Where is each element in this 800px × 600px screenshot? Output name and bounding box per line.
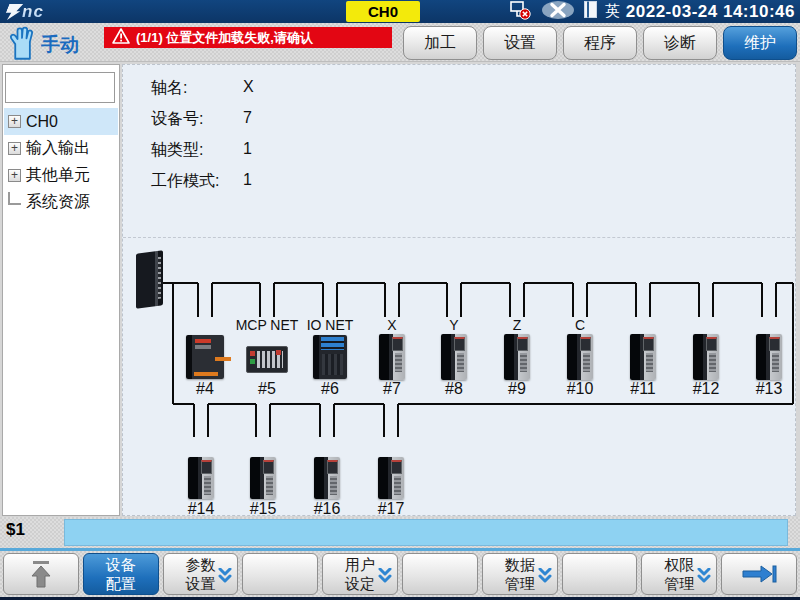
info-row: 轴名: X xyxy=(151,78,254,99)
tree-item-label: 输入输出 xyxy=(26,138,90,159)
mode-label: 手动 xyxy=(41,32,79,58)
device-id: #15 xyxy=(233,500,293,518)
page-up-button[interactable] xyxy=(3,553,79,595)
io-unit-device-icon[interactable] xyxy=(313,335,347,379)
close-pill-icon[interactable] xyxy=(540,0,576,24)
softkey-empty-button[interactable] xyxy=(402,553,478,595)
device-axis-label: C xyxy=(546,317,614,333)
chevron-down-icon xyxy=(218,568,232,584)
status-row: $1 xyxy=(0,517,800,548)
servo-drive-device-icon[interactable] xyxy=(188,457,214,499)
manual-mode-hand-icon xyxy=(7,25,37,65)
ime-book-icon xyxy=(584,1,597,22)
servo-drive-device-icon[interactable] xyxy=(378,457,404,499)
info-value: 1 xyxy=(243,171,252,192)
permission-management-button[interactable]: 权限管理 xyxy=(641,553,717,595)
device-id: #9 xyxy=(487,380,547,398)
device-id: #7 xyxy=(362,380,422,398)
top-status-bar: nc CH0 xyxy=(0,0,800,23)
tab-diagnosis[interactable]: 诊断 xyxy=(643,26,717,60)
device-network-diagram: #4 MCP NET #5 IO NET #6 X #7 Y #8 Z #9 xyxy=(122,236,796,516)
info-label: 轴类型: xyxy=(151,140,243,161)
device-id: #11 xyxy=(613,380,673,398)
device-tree-panel: + CH0 + 输入输出 + 其他单元 系统资源 xyxy=(2,64,120,516)
page-up-icon xyxy=(28,559,54,589)
tree-item-label: CH0 xyxy=(26,113,58,131)
tree-item-io[interactable]: + 输入输出 xyxy=(4,135,118,162)
device-config-button[interactable]: 设备配置 xyxy=(83,553,159,595)
tree-item-other-units[interactable]: + 其他单元 xyxy=(4,162,118,189)
info-value: 7 xyxy=(243,109,252,130)
info-label: 工作模式: xyxy=(151,171,243,192)
tab-settings[interactable]: 设置 xyxy=(483,26,557,60)
servo-drive-device-icon[interactable] xyxy=(567,334,593,380)
servo-drive-device-icon[interactable] xyxy=(630,334,656,380)
channel-tab[interactable]: CH0 xyxy=(346,1,420,22)
datetime: 2022-03-24 14:10:46 xyxy=(626,0,795,23)
servo-drive-device-icon[interactable] xyxy=(756,334,782,380)
device-axis-label: MCP NET xyxy=(233,317,301,333)
tree-root-box[interactable] xyxy=(5,72,115,103)
servo-drive-device-icon[interactable] xyxy=(693,334,719,380)
device-id: #17 xyxy=(361,500,421,518)
info-value: 1 xyxy=(243,140,252,161)
servo-drive-device-icon[interactable] xyxy=(504,334,530,380)
warning-icon xyxy=(112,28,130,48)
device-axis-label: Z xyxy=(483,317,551,333)
device-id: #5 xyxy=(237,380,297,398)
device-id: #16 xyxy=(297,500,357,518)
softkey-empty-button[interactable] xyxy=(562,553,638,595)
language-indicator[interactable]: 英 xyxy=(605,2,620,21)
user-settings-button[interactable]: 用户设定 xyxy=(322,553,398,595)
info-row: 工作模式: 1 xyxy=(151,171,252,192)
expand-icon[interactable]: + xyxy=(8,115,21,128)
expand-icon[interactable]: + xyxy=(8,169,21,182)
expand-icon[interactable]: + xyxy=(8,142,21,155)
device-id: #10 xyxy=(550,380,610,398)
next-page-button[interactable] xyxy=(721,553,797,595)
command-bar[interactable] xyxy=(64,519,788,546)
device-id: #12 xyxy=(676,380,736,398)
cnc-screen: nc CH0 xyxy=(0,0,800,600)
device-axis-label: X xyxy=(358,317,426,333)
alarm-banner[interactable]: (1/1) 位置文件加载失败,请确认 xyxy=(104,27,392,48)
servo-drive-device-icon[interactable] xyxy=(441,334,467,380)
main-menu-tabs: 加工 设置 程序 诊断 维护 xyxy=(403,26,797,60)
info-label: 轴名: xyxy=(151,78,243,99)
device-id: #14 xyxy=(171,500,231,518)
servo-drive-device-icon[interactable] xyxy=(250,457,276,499)
alarm-message: (1/1) 位置文件加载失败,请确认 xyxy=(136,29,313,47)
network-error-icon xyxy=(508,0,532,24)
tab-machining[interactable]: 加工 xyxy=(403,26,477,60)
tree-item-label: 其他单元 xyxy=(26,165,90,186)
info-value: X xyxy=(243,78,254,99)
device-axis-label: Y xyxy=(420,317,488,333)
servo-drive-device-icon[interactable] xyxy=(314,457,340,499)
menu-bar: 手动 (1/1) 位置文件加载失败,请确认 加工 设置 程序 诊断 维护 xyxy=(0,23,800,62)
chevron-down-icon xyxy=(378,568,392,584)
mcp-panel-device-icon[interactable] xyxy=(246,346,288,373)
servo-drive-device-icon[interactable] xyxy=(379,334,405,380)
info-row: 轴类型: 1 xyxy=(151,140,252,161)
param-settings-button[interactable]: 参数设置 xyxy=(163,553,239,595)
tab-program[interactable]: 程序 xyxy=(563,26,637,60)
brand-logo: nc xyxy=(6,0,44,23)
tree-item-system-resources[interactable]: 系统资源 xyxy=(4,189,118,216)
tree-item-label: 系统资源 xyxy=(26,192,90,213)
inverter-device-icon[interactable] xyxy=(186,335,224,379)
tree-item-ch0[interactable]: + CH0 xyxy=(4,108,118,135)
device-id: #13 xyxy=(739,380,799,398)
tab-maintenance[interactable]: 维护 xyxy=(723,26,797,60)
host-controller-device[interactable] xyxy=(136,250,163,308)
softkey-empty-button[interactable] xyxy=(242,553,318,595)
device-id: #6 xyxy=(300,380,360,398)
info-row: 设备号: 7 xyxy=(151,109,252,130)
tree-branch-icon xyxy=(8,192,21,205)
device-id: #4 xyxy=(175,380,235,398)
channel-label: $1 xyxy=(6,520,25,540)
brand-logo-text: nc xyxy=(22,2,44,22)
chevron-down-icon xyxy=(538,568,552,584)
softkey-toolbar: 设备配置 参数设置 用户设定 数据管理 权限管理 xyxy=(0,551,800,597)
chevron-down-icon xyxy=(697,568,711,584)
data-management-button[interactable]: 数据管理 xyxy=(482,553,558,595)
